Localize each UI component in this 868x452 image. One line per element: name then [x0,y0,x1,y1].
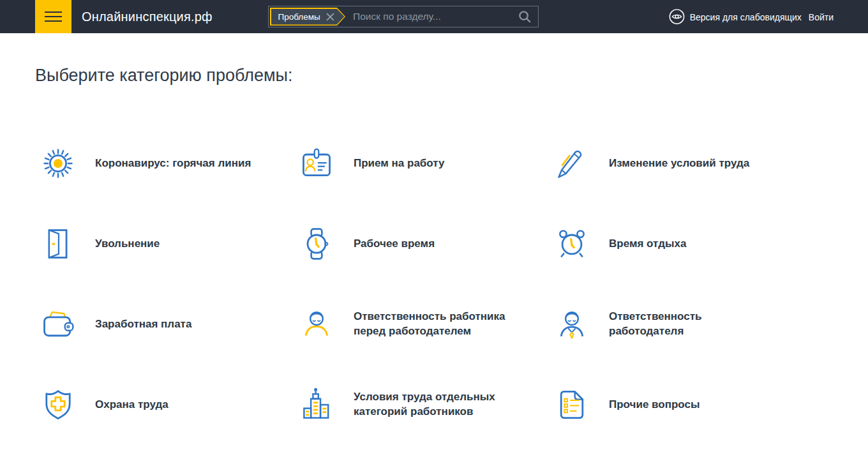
pen-icon [554,146,590,181]
category-rest-time[interactable]: Время отдыха [554,226,868,262]
category-dismissal[interactable]: Увольнение [40,226,299,262]
category-label: Коронавирус: горячая линия [95,156,251,171]
search-input[interactable] [345,11,518,22]
category-label: Ответственность работодателя [609,310,778,339]
close-icon[interactable] [326,13,334,21]
category-grid: Коронавирус: горячая линия Прием на рабо… [0,86,868,423]
login-link[interactable]: Войти [809,11,834,22]
category-label: Прием на работу [354,156,445,171]
category-working-time[interactable]: Рабочее время [299,226,554,262]
category-employer-liability[interactable]: Ответственность работодателя [554,306,868,342]
employer-icon [554,306,590,342]
open-door-icon [40,226,76,262]
accessibility-version-label: Версия для слабовидящих [690,11,802,22]
search-scope-tag-label: Проблемы [278,12,320,22]
category-label: Изменение условий труда [609,156,749,171]
top-navbar: Онлайнинспекция.рф Проблемы [0,0,868,33]
wristwatch-icon [299,226,334,262]
category-working-conditions-change[interactable]: Изменение условий труда [554,146,868,181]
category-coronavirus[interactable]: Коронавирус: горячая линия [40,146,299,181]
accessibility-version-link[interactable]: Версия для слабовидящих [669,9,802,25]
category-label: Условия труда отдельных категорий работн… [354,390,523,419]
shield-cross-icon [40,387,76,423]
category-label: Прочие вопросы [609,398,700,412]
building-icon [299,387,334,423]
virus-icon [40,146,76,181]
wallet-icon [40,306,76,342]
search-box[interactable]: Проблемы [268,6,539,27]
search-icon[interactable] [518,10,532,24]
category-label: Время отдыха [609,237,686,252]
search-scope-tag[interactable]: Проблемы [270,8,345,26]
document-list-icon [554,387,590,423]
category-label: Рабочее время [354,237,435,252]
site-brand[interactable]: Онлайнинспекция.рф [82,10,213,24]
eye-icon [669,9,685,25]
category-labor-protection[interactable]: Охрана труда [40,387,299,423]
category-label: Охрана труда [95,398,168,412]
worker-icon [299,306,334,342]
category-label: Увольнение [95,237,160,252]
alarm-clock-icon [554,226,590,262]
id-badge-icon [299,146,334,181]
hamburger-menu-button[interactable] [35,0,71,33]
category-other-questions[interactable]: Прочие вопросы [554,387,868,423]
category-salary[interactable]: Заработная плата [40,306,299,342]
category-employee-liability[interactable]: Ответственность работника перед работода… [299,306,554,342]
page-title: Выберите категорию проблемы: [0,33,868,86]
category-label: Заработная плата [95,317,191,332]
category-label: Ответственность работника перед работода… [354,310,523,339]
header-actions: Версия для слабовидящих Войти [669,9,834,25]
category-hiring[interactable]: Прием на работу [299,146,554,181]
main-content: Выберите категорию проблемы: [0,33,868,452]
category-special-worker-conditions[interactable]: Условия труда отдельных категорий работн… [299,387,554,423]
